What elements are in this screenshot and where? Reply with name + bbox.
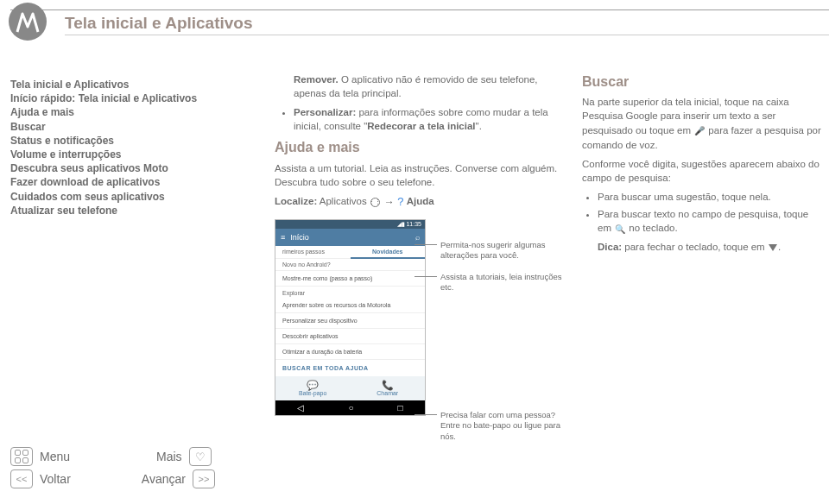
nav-item[interactable]: Tela inicial e Aplicativos — [10, 78, 209, 91]
hamburger-icon[interactable]: ≡ — [281, 233, 285, 242]
phone-time: 11:35 — [406, 221, 421, 228]
nav-item[interactable]: Volume e interrupções — [10, 148, 209, 161]
phone-list-item[interactable]: Aprender sobre os recursos da Motorola — [275, 298, 425, 313]
nav-item[interactable]: Ajuda e mais — [10, 105, 209, 119]
apps-grid-icon: ⋮⋮ — [370, 198, 380, 207]
buscar-heading: Buscar — [582, 72, 824, 91]
callout-tutorials: Assista a tutoriais, leia instruções etc… — [440, 272, 570, 293]
buscar-p2: Conforme você digita, sugestões aparecem… — [582, 157, 824, 185]
menu-icon[interactable] — [10, 447, 33, 466]
right-column: Buscar Na parte superior da tela inicial… — [582, 72, 824, 260]
chat-tab[interactable]: 💬Bate-papo — [275, 376, 351, 400]
phone-tab-selected[interactable]: Novidades — [351, 246, 426, 259]
motorola-m-icon — [15, 9, 41, 35]
phone-tab[interactable]: Novo no Android? — [275, 259, 425, 271]
phone-bottom-tabs: 💬Bate-papo 📞Chamar — [275, 376, 425, 400]
nav-item[interactable]: Atualizar seu telefone — [10, 204, 209, 217]
phone-icon: 📞 — [351, 381, 426, 390]
motorola-logo — [9, 3, 47, 41]
more-label[interactable]: Mais — [156, 450, 182, 463]
phone-list-item[interactable]: Descobrir aplicativos — [275, 329, 425, 344]
personalizar-bullet: Personalizar: para informações sobre com… — [294, 105, 568, 133]
middle-column: Remover. O aplicativo não é removido de … — [275, 72, 568, 215]
phone-tab[interactable]: rimeiros passos — [275, 246, 351, 259]
call-tab[interactable]: 📞Chamar — [351, 376, 426, 400]
dica-bold: Dica: — [598, 242, 622, 252]
nav-item[interactable]: Início rápido: Tela inicial e Aplicativo… — [10, 91, 209, 105]
callout-suggest: Permita-nos sugerir algumas alterações p… — [440, 240, 570, 261]
dica-line: Dica: para fechar o teclado, toque em . — [598, 240, 824, 255]
microphone-icon — [694, 123, 705, 138]
nav-back-icon[interactable]: ◁ — [297, 403, 304, 413]
phone-screenshot: ◢▮ 11:35 ≡ Início ⌕ rimeiros passos Novi… — [275, 219, 426, 416]
phone-android-navbar: ◁ ○ □ — [275, 400, 425, 415]
nav-item[interactable]: Buscar — [10, 120, 209, 134]
localize-line: Localize: Aplicativos ⋮⋮ → ? Ajuda — [275, 194, 568, 210]
ajuda-heading: Ajuda e mais — [275, 138, 568, 157]
buscar-p1: Na parte superior da tela inicial, toque… — [582, 95, 824, 152]
localize-bold: Localize: — [275, 196, 317, 206]
arrow-right-icon: → — [384, 198, 394, 207]
page-title: Tela inicial e Aplicativos — [65, 14, 253, 33]
phone-search-all[interactable]: BUSCAR EM TODA AJUDA — [275, 360, 425, 376]
callout-talk: Precisa falar com uma pessoa? Entre no b… — [440, 410, 561, 442]
phone-status-bar: ◢▮ 11:35 — [275, 220, 425, 229]
nav-item[interactable]: Descubra seus aplicativos Moto — [10, 161, 209, 175]
back-label[interactable]: Voltar — [40, 472, 71, 486]
help-question-icon: ? — [397, 195, 403, 208]
nav-item[interactable]: Cuidados com seus aplicativos — [10, 190, 209, 204]
phone-list-item[interactable]: Personalizar seu dispositivo — [275, 313, 425, 329]
phone-list-item[interactable]: Otimizar a duração da bateria — [275, 344, 425, 360]
nav-recent-icon[interactable]: □ — [397, 403, 402, 413]
bottom-nav: Menu Mais << Voltar Avançar >> — [10, 445, 235, 490]
divider-top — [10, 9, 829, 10]
phone-section: Explorar — [275, 287, 425, 298]
redecorar-link[interactable]: Redecorar a tela inicial — [367, 121, 475, 131]
buscar-li2b: no teclado. — [626, 223, 677, 233]
back-icon[interactable]: << — [10, 469, 33, 488]
chat-icon: 💬 — [275, 381, 351, 390]
heart-icon[interactable] — [189, 447, 212, 466]
phone-header-title: Início — [290, 233, 309, 242]
dica-text: para fechar o teclado, toque em — [622, 242, 768, 252]
personalizar-bold: Personalizar: — [294, 107, 356, 117]
magnify-icon — [615, 222, 625, 236]
search-icon[interactable]: ⌕ — [415, 233, 420, 242]
triangle-down-icon — [769, 240, 777, 255]
nav-home-icon[interactable]: ○ — [348, 403, 353, 413]
signal-icon: ◢▮ — [397, 221, 405, 228]
left-nav: Tela inicial e Aplicativos Início rápido… — [10, 78, 209, 217]
menu-label[interactable]: Menu — [40, 450, 70, 463]
buscar-li2: Para buscar texto no campo de pesquisa, … — [598, 207, 824, 236]
localize-text: Aplicativos — [317, 196, 370, 206]
phone-walk-item[interactable]: Mostre-me como (passo a passo) — [275, 271, 425, 287]
remover-paragraph: Remover. O aplicativo não é removido de … — [294, 72, 568, 100]
ajuda-app-label: Ajuda — [407, 196, 434, 206]
buscar-li1: Para buscar uma sugestão, toque nela. — [598, 190, 824, 204]
nav-item[interactable]: Status e notificações — [10, 134, 209, 148]
remover-bold: Remover. — [294, 74, 339, 85]
forward-label[interactable]: Avançar — [142, 472, 186, 486]
personalizar-text-b: ". — [476, 121, 482, 131]
divider-sub — [65, 35, 829, 35]
forward-icon[interactable]: >> — [193, 469, 215, 488]
ajuda-paragraph: Assista a um tutorial. Leia as instruçõe… — [275, 161, 568, 189]
nav-item[interactable]: Fazer download de aplicativos — [10, 175, 209, 189]
phone-app-header: ≡ Início ⌕ — [275, 229, 425, 246]
